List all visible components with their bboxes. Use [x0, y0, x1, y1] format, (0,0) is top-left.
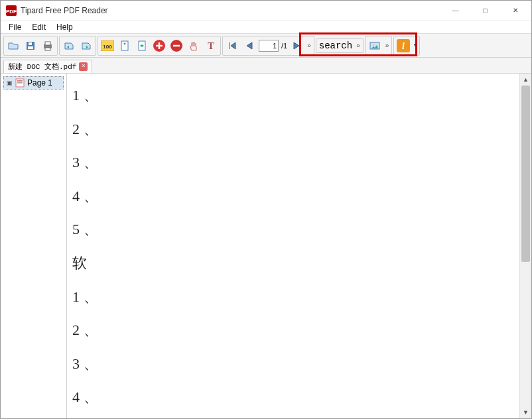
vertical-scrollbar[interactable]: ▲ ▼: [519, 74, 531, 418]
prev-doc-button[interactable]: [61, 38, 77, 54]
view-group: »: [365, 36, 393, 56]
hand-tool-button[interactable]: [186, 38, 202, 54]
info-dropdown-icon[interactable]: ▼: [413, 42, 418, 48]
prev-page-button[interactable]: [241, 38, 257, 54]
window-title: Tipard Free PDF Reader: [21, 6, 440, 15]
page-total-label: /1: [281, 42, 287, 50]
svg-rect-7: [45, 48, 50, 50]
document-tabs: 新建 DOC 文档.pdf ×: [1, 58, 531, 74]
search-button[interactable]: search: [318, 40, 354, 51]
document-view[interactable]: 1 、 2 、 3 、 4 、 5 、 软 1 、 2 、 3 、 4 、: [67, 74, 519, 418]
page-icon: [15, 78, 25, 88]
tab-close-button[interactable]: ×: [79, 62, 88, 71]
svg-text:T: T: [208, 41, 214, 51]
info-group: i ▼: [393, 36, 420, 56]
menu-help[interactable]: Help: [51, 21, 78, 33]
page-thumbnail-item[interactable]: ▣ Page 1: [3, 76, 64, 90]
search-more-icon[interactable]: »: [355, 42, 362, 49]
first-page-button[interactable]: [224, 38, 240, 54]
scroll-down-arrow[interactable]: ▼: [520, 406, 531, 418]
page-thumbnails-sidebar: ▣ Page 1: [1, 74, 67, 418]
text-line: 3 、: [72, 347, 519, 381]
zoom-out-button[interactable]: [168, 38, 184, 54]
text-line: 4 、: [72, 381, 519, 414]
next-doc-button[interactable]: [78, 38, 94, 54]
fit-page-button[interactable]: [134, 38, 150, 54]
text-line: 5 、: [72, 213, 519, 247]
doc-nav-group: [59, 36, 96, 56]
view-more-icon[interactable]: »: [384, 42, 391, 49]
snapshot-button[interactable]: [367, 38, 383, 54]
search-group: search »: [316, 38, 364, 53]
scroll-up-arrow[interactable]: ▲: [520, 74, 531, 86]
text-line: 3 、: [72, 146, 519, 180]
menu-file[interactable]: File: [3, 21, 27, 33]
text-line: 1 、: [72, 79, 519, 113]
svg-point-11: [124, 42, 126, 44]
svg-point-17: [372, 44, 374, 46]
expand-icon: ▣: [7, 80, 13, 86]
zoom-in-button[interactable]: [151, 38, 167, 54]
zoom-group: 100 T: [98, 36, 221, 56]
maximize-button[interactable]: □: [470, 1, 500, 20]
svg-rect-3: [28, 46, 33, 49]
document-view-wrap: 1 、 2 、 3 、 4 、 5 、 软 1 、 2 、 3 、 4 、 ▲ …: [67, 74, 531, 418]
open-button[interactable]: [5, 38, 21, 54]
file-group: [3, 36, 58, 56]
workspace: ▣ Page 1 1 、 2 、 3 、 4 、 5 、 软 1 、 2 、 3…: [1, 74, 531, 418]
titlebar: PDF Tipard Free PDF Reader — □ ✕: [1, 1, 531, 21]
svg-rect-22: [17, 82, 23, 83]
svg-rect-21: [17, 80, 23, 82]
svg-text:100: 100: [103, 44, 112, 50]
svg-rect-6: [45, 42, 50, 45]
svg-text:PDF: PDF: [6, 9, 17, 15]
text-line: 软: [72, 247, 519, 280]
svg-rect-4: [29, 42, 32, 45]
tab-label: 新建 DOC 文档.pdf: [8, 62, 76, 72]
nav-more-icon[interactable]: »: [306, 42, 312, 49]
info-button[interactable]: i: [395, 38, 411, 54]
next-page-button[interactable]: [289, 38, 304, 54]
save-button[interactable]: [23, 38, 38, 54]
minimize-button[interactable]: —: [440, 1, 470, 20]
svg-rect-23: [17, 84, 23, 84]
print-button[interactable]: [40, 38, 56, 54]
toolbar: 100 T /1 » search » » i ▼: [1, 34, 531, 58]
svg-rect-10: [121, 41, 128, 50]
page-nav-group: /1 »: [222, 36, 314, 56]
zoom-100-button[interactable]: 100: [100, 38, 115, 54]
text-line: 2 、: [72, 314, 519, 347]
page-label: Page 1: [27, 78, 52, 88]
close-button[interactable]: ✕: [500, 1, 530, 20]
menu-edit[interactable]: Edit: [27, 21, 51, 33]
text-line: 2 、: [72, 113, 519, 147]
actual-size-button[interactable]: [117, 38, 133, 54]
app-icon: PDF: [6, 5, 17, 16]
text-line: 4 、: [72, 180, 519, 213]
text-line: 1 、: [72, 280, 519, 314]
menubar: File Edit Help: [1, 21, 531, 34]
scroll-track[interactable]: [520, 86, 531, 406]
svg-text:i: i: [402, 41, 405, 51]
text-select-button[interactable]: T: [203, 38, 219, 54]
page-number-input[interactable]: [259, 40, 279, 52]
scroll-thumb[interactable]: [521, 86, 530, 262]
document-tab[interactable]: 新建 DOC 文档.pdf ×: [3, 60, 92, 73]
